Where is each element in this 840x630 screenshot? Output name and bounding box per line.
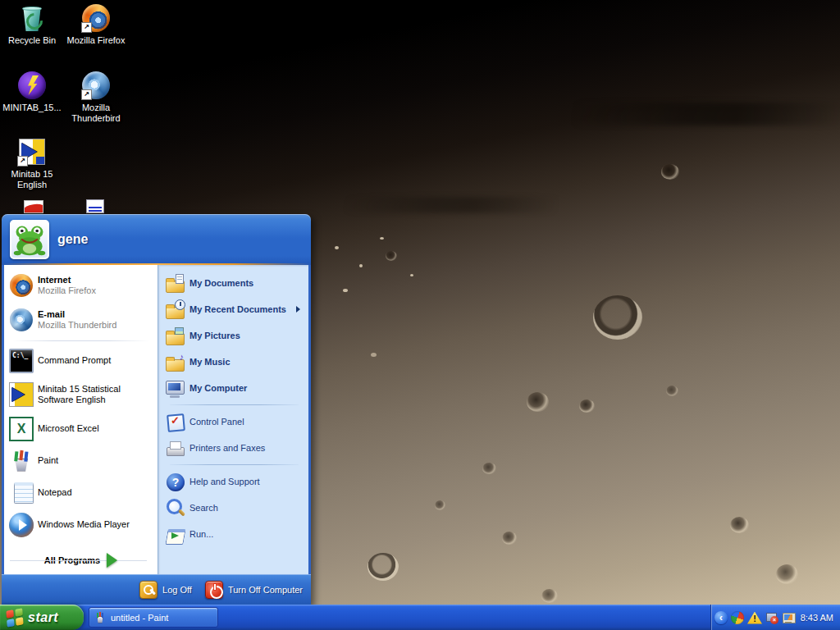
tray-warning-icon[interactable]: [747, 611, 762, 624]
turn-off-computer-button[interactable]: Turn Off Computer: [205, 581, 303, 599]
notepad-icon: [9, 481, 34, 505]
menu-separator: [170, 404, 299, 405]
menu-item-label: My Documents: [189, 278, 253, 288]
menu-item-printers-faxes[interactable]: Printers and Faxes: [162, 435, 307, 461]
minitab-installer-icon: [17, 71, 47, 100]
start-button-label: start: [28, 610, 58, 625]
desktop-icon-thunderbird[interactable]: Mozilla Thunderbird: [64, 71, 128, 124]
desktop-icon-firefox[interactable]: Mozilla Firefox: [64, 3, 128, 46]
tray-windows-colorwheel-icon[interactable]: [729, 609, 746, 626]
desktop-icon-label: Minitab 15 English: [0, 169, 64, 190]
menu-item-label: Search: [189, 503, 218, 513]
document-app-icon: [81, 199, 111, 214]
moon-crater: [579, 399, 595, 413]
desktop-icon-minitab-installer[interactable]: MINITAB_15...: [0, 71, 64, 113]
desktop-icon-label: Recycle Bin: [0, 35, 64, 46]
menu-item-label: Windows Media Player: [38, 519, 130, 530]
taskbar: start untitled - Paint × 8:43 AM: [0, 605, 840, 630]
minitab-icon: [17, 137, 47, 167]
menu-item-title: Internet: [38, 275, 96, 285]
media-player-icon: [9, 513, 34, 537]
moon-highlight: [380, 237, 384, 240]
moon-crater: [502, 532, 517, 545]
moon-highlight: [359, 264, 363, 267]
all-programs-button[interactable]: All Programs: [6, 548, 156, 573]
moon-crater: [661, 164, 679, 180]
moon-highlight: [410, 274, 413, 276]
excel-icon: [9, 417, 34, 441]
desktop-icon-recycle-bin[interactable]: Recycle Bin: [0, 3, 64, 46]
moon-crater: [368, 553, 399, 581]
firefox-icon: [9, 273, 34, 298]
moon-crater: [527, 392, 549, 412]
my-recent-documents-icon: [165, 299, 185, 320]
tray-collapse-chevron-icon[interactable]: [714, 611, 728, 624]
moon-crater: [482, 463, 496, 474]
menu-separator: [170, 464, 299, 465]
desktop: Recycle Bin Mozilla Firefox MINITAB_15..…: [0, 0, 840, 630]
menu-item-my-pictures[interactable]: My Pictures: [162, 322, 307, 349]
menu-item-subtitle: Mozilla Firefox: [38, 285, 96, 296]
log-off-label: Log Off: [162, 585, 192, 595]
desktop-icon-minitab-english[interactable]: Minitab 15 English: [0, 137, 64, 190]
menu-item-title: E-mail: [38, 309, 116, 320]
menu-item-email[interactable]: E-mailMozilla Thunderbird: [6, 303, 156, 337]
system-tray: × 8:43 AM: [710, 605, 840, 630]
menu-item-search[interactable]: Search: [162, 495, 307, 521]
start-button[interactable]: start: [0, 605, 84, 630]
menu-item-label: Microsoft Excel: [38, 423, 99, 434]
taskbar-clock[interactable]: 8:43 AM: [801, 613, 833, 623]
desktop-icon-label: MINITAB_15...: [0, 103, 64, 113]
menu-item-run[interactable]: Run...: [162, 521, 307, 547]
menu-item-my-recent-documents[interactable]: My Recent Documents: [162, 296, 307, 322]
log-off-button[interactable]: Log Off: [139, 581, 192, 599]
desktop-icon-label: Mozilla Thunderbird: [64, 103, 128, 124]
menu-item-my-music[interactable]: ♪ My Music: [162, 349, 307, 375]
moon-crater: [541, 589, 558, 603]
my-computer-icon: [165, 378, 185, 399]
desktop-icon-partial-2[interactable]: [64, 199, 128, 214]
menu-item-subtitle: Mozilla Thunderbird: [38, 320, 116, 331]
thunderbird-icon: [9, 308, 34, 332]
moon-crater: [386, 251, 397, 261]
firefox-icon: [81, 3, 111, 33]
menu-item-control-panel[interactable]: Control Panel: [162, 409, 307, 435]
menu-item-label: My Music: [189, 357, 231, 367]
tray-display-settings-icon[interactable]: [782, 611, 795, 624]
unknown-app-icon: [17, 200, 47, 214]
log-off-key-icon: [139, 581, 158, 599]
user-avatar: [10, 220, 49, 259]
menu-item-label: Minitab 15 Statistical Software English: [38, 384, 153, 405]
menu-item-help-support[interactable]: Help and Support: [162, 468, 307, 495]
menu-item-label: Paint: [38, 455, 58, 466]
menu-item-command-prompt[interactable]: Command Prompt: [6, 345, 156, 377]
start-menu-right-column: My Documents My Recent Documents My Pict…: [158, 265, 308, 574]
menu-item-label: Help and Support: [189, 477, 260, 486]
search-icon: [165, 498, 185, 518]
menu-item-label: Notepad: [38, 487, 72, 498]
start-menu-footer: Log Off Turn Off Computer: [2, 574, 311, 605]
tray-network-disconnected-icon[interactable]: ×: [765, 611, 778, 624]
paint-icon: [9, 449, 34, 473]
start-menu-body: InternetMozilla Firefox E-mailMozilla Th…: [2, 265, 311, 574]
recycle-bin-icon: [17, 3, 47, 33]
menu-item-paint[interactable]: Paint: [6, 445, 156, 477]
menu-item-wmp[interactable]: Windows Media Player: [6, 509, 156, 541]
desktop-icon-partial-1[interactable]: [0, 200, 64, 214]
taskbar-task-paint[interactable]: untitled - Paint: [89, 607, 218, 628]
moon-crater: [435, 500, 445, 510]
moon-ridge: [574, 103, 840, 126]
menu-item-notepad[interactable]: Notepad: [6, 477, 156, 509]
menu-item-internet[interactable]: InternetMozilla Firefox: [6, 268, 156, 303]
command-prompt-icon: [9, 349, 34, 373]
menu-item-my-documents[interactable]: My Documents: [162, 270, 307, 296]
power-icon: [205, 581, 223, 599]
menu-item-minitab[interactable]: Minitab 15 Statistical Software English: [6, 377, 156, 413]
frog-avatar-image: [11, 221, 48, 258]
control-panel-icon: [165, 412, 185, 432]
start-menu: gene InternetMozilla Firefox E-mailMozil…: [2, 214, 311, 605]
menu-item-excel[interactable]: Microsoft Excel: [6, 413, 156, 445]
menu-item-label: Run...: [189, 529, 213, 539]
menu-item-my-computer[interactable]: My Computer: [162, 375, 307, 401]
my-music-icon: ♪: [165, 352, 185, 372]
